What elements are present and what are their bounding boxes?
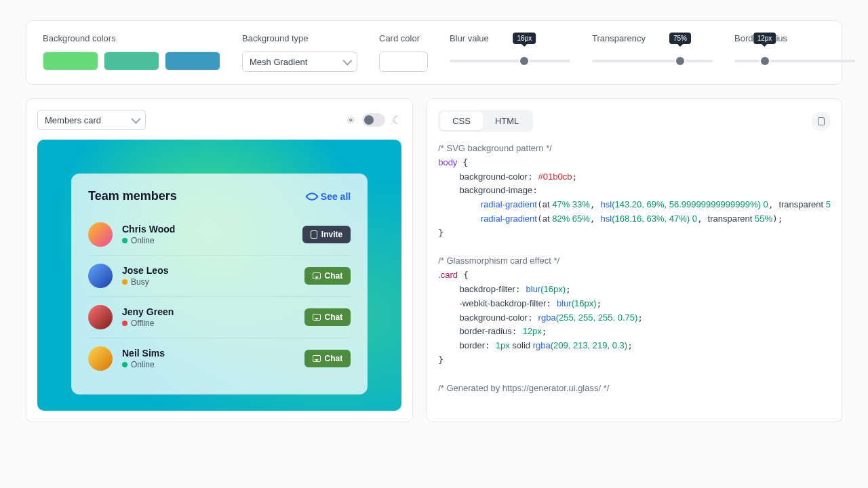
member-name: Jeny Green: [122, 306, 174, 317]
blur-slider[interactable]: 16px: [450, 52, 570, 62]
tab-css[interactable]: CSS: [440, 112, 483, 130]
sun-icon: ☀: [346, 114, 355, 127]
chevron-down-icon: [131, 115, 140, 124]
preview-canvas: Team members See all Chris WoodOnlineInv…: [37, 140, 401, 411]
glass-card: Team members See all Chris WoodOnlineInv…: [71, 174, 368, 394]
blur-group: Blur value 16px: [450, 33, 570, 72]
status-dot-icon: [122, 362, 127, 367]
swatch-1[interactable]: [43, 52, 98, 70]
code-panel: CSS HTML /* SVG background pattern */ bo…: [427, 98, 842, 422]
swatch-2[interactable]: [104, 52, 159, 70]
bg-type-group: Background type Mesh Gradient: [242, 33, 357, 72]
avatar: [88, 264, 113, 288]
panels-row: Members card ☀ ☾ Team members See all Ch…: [26, 98, 842, 422]
avatar: [88, 305, 113, 329]
preset-value: Members card: [45, 115, 101, 125]
bg-type-value: Mesh Gradient: [250, 57, 307, 67]
blur-label: Blur value: [450, 33, 570, 43]
swatch-3[interactable]: [165, 52, 220, 70]
tab-html[interactable]: HTML: [483, 112, 531, 130]
bg-colors-label: Background colors: [43, 33, 220, 43]
bg-colors-group: Background colors: [43, 33, 220, 72]
theme-toggle: ☀ ☾: [346, 113, 401, 127]
eye-icon: [305, 190, 319, 203]
status-dot-icon: [122, 321, 127, 326]
user-plus-icon: [311, 230, 317, 239]
chat-button[interactable]: Chat: [304, 350, 351, 367]
transparency-label: Transparency: [592, 33, 713, 43]
member-name: Jose Leos: [122, 265, 168, 276]
bg-type-select[interactable]: Mesh Gradient: [242, 52, 357, 72]
member-row: Chris WoodOnlineInvite: [88, 214, 351, 255]
card-color-label: Card color: [379, 33, 428, 43]
member-status: Online: [122, 236, 175, 245]
radius-group: Border radius 12px: [734, 33, 855, 72]
card-color-input[interactable]: [379, 52, 428, 72]
card-color-group: Card color: [379, 33, 428, 72]
avatar: [88, 346, 113, 371]
moon-icon: ☾: [392, 114, 401, 127]
member-name: Chris Wood: [122, 224, 175, 235]
transparency-group: Transparency 75%: [592, 33, 713, 72]
member-row: Neil SimsOnlineChat: [88, 338, 351, 379]
transparency-slider[interactable]: 75%: [592, 52, 713, 62]
blur-tooltip: 16px: [513, 33, 536, 44]
swatches-row: [43, 52, 220, 70]
bg-type-label: Background type: [242, 33, 357, 43]
preset-select[interactable]: Members card: [37, 110, 146, 130]
preview-header: Members card ☀ ☾: [37, 110, 401, 130]
member-name: Neil Sims: [122, 348, 165, 359]
invite-button[interactable]: Invite: [302, 226, 351, 243]
status-dot-icon: [122, 238, 127, 243]
radius-tooltip: 12px: [753, 33, 776, 44]
member-status: Online: [122, 360, 165, 369]
blur-thumb[interactable]: [519, 56, 530, 66]
preview-panel: Members card ☀ ☾ Team members See all Ch…: [26, 98, 413, 422]
message-icon: [313, 314, 321, 321]
message-icon: [313, 272, 321, 279]
clipboard-icon: [818, 117, 825, 125]
code-tabs: CSS HTML: [438, 110, 533, 132]
radius-slider[interactable]: 12px: [734, 52, 855, 62]
member-row: Jeny GreenOfflineChat: [88, 296, 351, 338]
code-block: /* SVG background pattern */ body { back…: [438, 142, 831, 395]
see-all-link[interactable]: See all: [307, 191, 351, 202]
member-row: Jose LeosBusyChat: [88, 255, 351, 296]
avatar: [88, 222, 113, 247]
transparency-thumb[interactable]: [675, 56, 686, 66]
member-status: Offline: [122, 319, 174, 328]
switch-knob: [364, 115, 374, 125]
transparency-tooltip: 75%: [669, 33, 691, 44]
chat-button[interactable]: Chat: [304, 308, 351, 326]
controls-toolbar: Background colors Background type Mesh G…: [26, 20, 842, 85]
radius-thumb[interactable]: [760, 56, 770, 66]
chat-button[interactable]: Chat: [304, 267, 351, 285]
chevron-down-icon: [342, 56, 352, 66]
card-title: Team members: [88, 189, 177, 203]
copy-button[interactable]: [812, 112, 831, 131]
theme-switch[interactable]: [362, 113, 385, 127]
see-all-label: See all: [321, 191, 351, 202]
status-dot-icon: [122, 279, 127, 285]
message-icon: [313, 355, 321, 362]
member-status: Busy: [122, 277, 168, 287]
code-header: CSS HTML: [438, 110, 831, 132]
